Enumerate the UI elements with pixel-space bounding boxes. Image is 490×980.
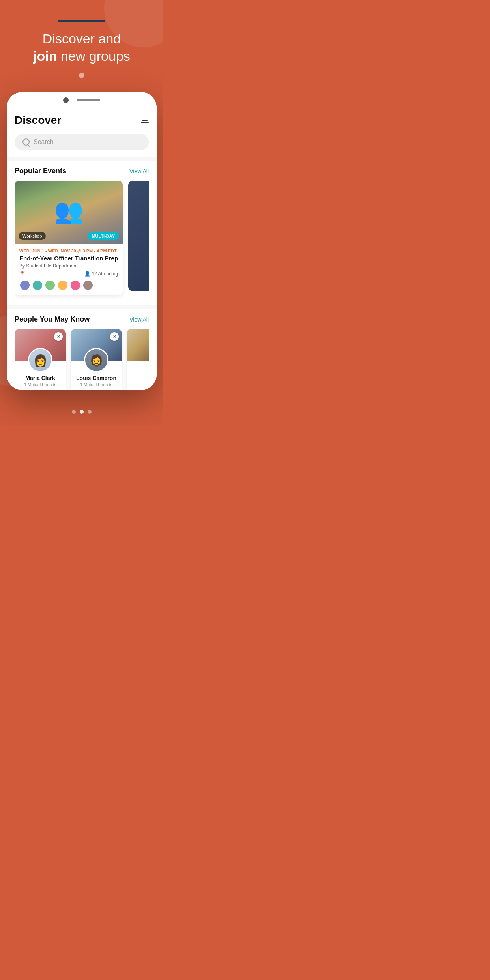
phone-speaker bbox=[77, 99, 100, 101]
attendee-5 bbox=[70, 280, 81, 291]
event-attending: 👤 12 Attending bbox=[84, 271, 118, 277]
phone-content[interactable]: Discover Search Popular Events View All bbox=[7, 106, 157, 390]
mutual-friends-louis: 1 Mutual Friends bbox=[75, 382, 118, 387]
event-name: End-of-Year Officer Transition Prep bbox=[19, 255, 118, 262]
phone-mockup: Discover Search Popular Events View All bbox=[7, 92, 157, 390]
dismiss-maria[interactable]: ✕ bbox=[54, 332, 63, 341]
filter-line-1 bbox=[141, 118, 149, 118]
discover-header: Discover bbox=[7, 106, 157, 131]
attendee-3 bbox=[45, 280, 56, 291]
event-date: WED, JUN 1 - WED, NOV 30 @ 3 PM - 4 PM E… bbox=[19, 249, 118, 253]
person-name-louis: Louis Cameron bbox=[75, 375, 118, 381]
attendee-6 bbox=[82, 280, 94, 291]
popular-events-title: Popular Events bbox=[15, 167, 66, 175]
dot-2 bbox=[80, 410, 84, 414]
popular-events-view-all[interactable]: View All bbox=[129, 168, 149, 174]
person-bg-third bbox=[127, 329, 149, 361]
event-card-body: WED, JUN 1 - WED, NOV 30 @ 3 PM - 4 PM E… bbox=[15, 244, 123, 295]
workshop-badge: Workshop bbox=[19, 232, 46, 240]
event-card[interactable]: Workshop MULTI-DAY WED, JUN 1 - WED, NOV… bbox=[15, 181, 123, 295]
multiday-badge: MULTI-DAY bbox=[88, 232, 119, 240]
mutual-friends-maria: 1 Mutual Friends bbox=[19, 382, 62, 387]
header-section: Discover and join new groups bbox=[0, 0, 163, 92]
avatar-louis: 🧔 bbox=[84, 348, 108, 372]
person-bg-louis: ✕ 🧔 bbox=[71, 329, 122, 361]
people-title: People You May Know bbox=[15, 315, 90, 324]
filter-line-2 bbox=[142, 120, 148, 121]
popular-events-section: Popular Events View All Workshop MULTI-D… bbox=[7, 161, 157, 305]
attendee-4 bbox=[57, 280, 68, 291]
avatar-img-maria: 👩 bbox=[29, 349, 51, 371]
event-card-partial[interactable] bbox=[128, 181, 149, 291]
people-view-all[interactable]: View All bbox=[129, 316, 149, 323]
person-card-louis[interactable]: ✕ 🧔 Louis Cameron 1 Mutual Friends Conne… bbox=[71, 329, 122, 390]
attendee-2 bbox=[32, 280, 43, 291]
phone-top-bar bbox=[7, 92, 157, 106]
popular-events-header: Popular Events View All bbox=[15, 167, 149, 175]
person-name-maria: Maria Clark bbox=[19, 375, 62, 381]
person-card-third[interactable] bbox=[127, 329, 149, 390]
person-card-maria[interactable]: ✕ 👩 Maria Clark 1 Mutual Friends Connect bbox=[15, 329, 66, 390]
avatar-maria: 👩 bbox=[28, 348, 52, 372]
people-scroll[interactable]: ✕ 👩 Maria Clark 1 Mutual Friends Connect bbox=[15, 329, 149, 390]
person-bg-maria: ✕ 👩 bbox=[15, 329, 66, 361]
filter-button[interactable] bbox=[141, 118, 149, 123]
dot-1 bbox=[72, 410, 76, 414]
attendee-avatars bbox=[19, 280, 118, 291]
event-location: 📍 - bbox=[19, 271, 28, 277]
event-meta: 📍 - 👤 12 Attending bbox=[19, 271, 118, 277]
phone-camera bbox=[63, 97, 69, 103]
people-header: People You May Know View All bbox=[15, 315, 149, 324]
avatar-img-louis: 🧔 bbox=[85, 349, 107, 371]
event-card-image: Workshop MULTI-DAY bbox=[15, 181, 123, 244]
people-section: People You May Know View All ✕ 👩 Maria C… bbox=[7, 309, 157, 390]
filter-line-3 bbox=[141, 122, 149, 123]
dot-3 bbox=[88, 410, 92, 414]
event-organizer: By Student Life Department bbox=[19, 263, 118, 269]
dismiss-louis[interactable]: ✕ bbox=[110, 332, 119, 341]
attendee-1 bbox=[19, 280, 30, 291]
search-container: Search bbox=[7, 131, 157, 157]
page-dots bbox=[72, 410, 92, 414]
hero-title: Discover and join new groups bbox=[12, 30, 151, 65]
page-title: Discover bbox=[15, 114, 61, 127]
accent-bar bbox=[58, 20, 105, 22]
search-bar[interactable]: Search bbox=[15, 134, 149, 150]
search-icon bbox=[22, 138, 30, 146]
dot-indicator bbox=[79, 73, 84, 78]
events-scroll[interactable]: Workshop MULTI-DAY WED, JUN 1 - WED, NOV… bbox=[15, 181, 149, 299]
search-placeholder: Search bbox=[34, 138, 54, 146]
